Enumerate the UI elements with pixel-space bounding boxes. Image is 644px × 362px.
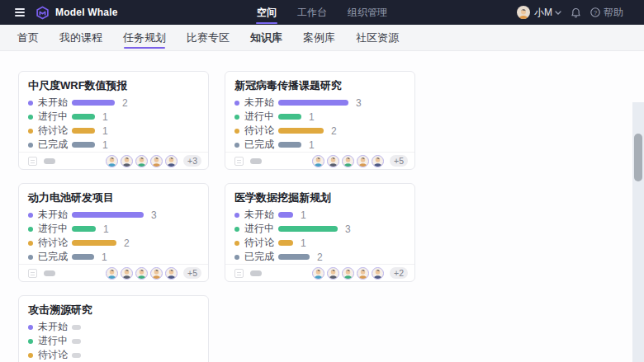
scrollbar-track[interactable] xyxy=(632,102,644,362)
status-dot-icon xyxy=(234,227,239,232)
modelwhale-logo-icon[interactable] xyxy=(36,6,50,20)
status-dot-icon xyxy=(28,353,33,358)
user-avatar[interactable] xyxy=(517,6,530,19)
status-bar xyxy=(72,226,96,232)
avatar[interactable] xyxy=(135,155,148,167)
subnav-item-0[interactable]: 首页 xyxy=(17,25,40,50)
status-count: 1 xyxy=(301,209,306,221)
avatar[interactable] xyxy=(327,267,339,280)
project-card[interactable]: 新冠病毒传播课题研究未开始3进行中1待讨论2已完成1 +5 xyxy=(225,71,415,170)
hamburger-menu-icon[interactable] xyxy=(15,8,25,16)
status-label: 待讨论 xyxy=(38,348,72,362)
project-card[interactable]: 攻击溯源研究未开始进行中待讨论已完成 xyxy=(18,295,209,362)
topnav-item-0[interactable]: 空间 xyxy=(256,0,277,25)
project-card[interactable]: 医学数据挖掘新规划未开始1进行中3待讨论1已完成2 +2 xyxy=(225,183,415,282)
avatar[interactable] xyxy=(357,155,369,167)
status-bar xyxy=(278,240,293,246)
status-dot-icon xyxy=(28,129,33,134)
avatar[interactable] xyxy=(135,267,148,280)
progress-pill-icon xyxy=(250,158,262,164)
status-label: 进行中 xyxy=(38,334,72,348)
project-card[interactable]: 中尺度WRF数值预报未开始2进行中1待讨论1已完成1 +3 xyxy=(18,71,209,170)
avatar[interactable] xyxy=(106,267,118,280)
topbar-right: 小M ? 帮助 xyxy=(517,0,623,25)
card-title: 动力电池研发项目 xyxy=(28,191,199,204)
avatar[interactable] xyxy=(357,267,369,280)
status-label: 未开始 xyxy=(38,208,72,222)
status-dot-icon xyxy=(28,339,33,344)
status-dot-icon xyxy=(234,213,239,218)
status-row: 进行中1 xyxy=(19,222,208,236)
topnav-item-1[interactable]: 工作台 xyxy=(296,0,328,25)
status-bar xyxy=(72,100,115,106)
list-detail-icon[interactable] xyxy=(234,269,244,278)
status-label: 待讨论 xyxy=(244,124,278,138)
svg-text:?: ? xyxy=(594,9,597,16)
avatar[interactable] xyxy=(150,155,163,167)
more-members-badge[interactable]: +5 xyxy=(183,267,201,279)
status-bar xyxy=(72,254,94,260)
avatar[interactable] xyxy=(150,267,163,280)
project-card[interactable]: 动力电池研发项目未开始3进行中1待讨论2已完成1 +5 xyxy=(18,183,209,282)
status-row: 未开始3 xyxy=(225,96,414,110)
list-detail-icon[interactable] xyxy=(28,157,37,166)
bell-icon[interactable] xyxy=(571,7,580,18)
avatar[interactable] xyxy=(372,155,384,167)
status-bar xyxy=(72,240,116,246)
subnav-item-5[interactable]: 案例库 xyxy=(302,25,336,50)
status-count: 2 xyxy=(122,97,128,109)
card-footer: +5 xyxy=(225,152,414,169)
subnav-item-6[interactable]: 社区资源 xyxy=(355,25,400,50)
subnav-item-1[interactable]: 我的课程 xyxy=(59,25,103,50)
status-dot-icon xyxy=(234,101,239,106)
subnav-item-3[interactable]: 比赛专区 xyxy=(186,25,230,50)
chevron-down-icon[interactable] xyxy=(555,11,561,15)
status-bar xyxy=(278,142,301,148)
avatar[interactable] xyxy=(312,267,324,280)
more-members-badge[interactable]: +2 xyxy=(390,267,408,279)
list-detail-icon[interactable] xyxy=(28,269,37,278)
avatar[interactable] xyxy=(165,155,178,167)
progress-pill-icon xyxy=(44,158,55,164)
status-bar-empty xyxy=(72,325,81,330)
help-link[interactable]: 帮助 xyxy=(604,6,623,20)
status-count: 2 xyxy=(331,125,337,137)
status-row: 进行中 xyxy=(19,334,208,348)
avatar[interactable] xyxy=(121,267,133,280)
avatar[interactable] xyxy=(327,155,339,167)
subnav-item-2[interactable]: 任务规划 xyxy=(122,25,167,50)
question-circle-icon[interactable]: ? xyxy=(590,7,600,17)
avatar[interactable] xyxy=(342,155,354,167)
more-members-badge[interactable]: +3 xyxy=(183,155,201,167)
topnav-item-2[interactable]: 组织管理 xyxy=(347,0,388,25)
status-label: 已完成 xyxy=(38,250,72,264)
status-bar-empty xyxy=(72,339,81,344)
status-dot-icon xyxy=(28,325,33,330)
list-detail-icon[interactable] xyxy=(234,157,244,166)
more-members-badge[interactable]: +5 xyxy=(390,155,408,167)
status-dot-icon xyxy=(234,129,239,134)
status-bar xyxy=(278,226,338,232)
user-name[interactable]: 小M xyxy=(534,6,552,20)
status-bar xyxy=(72,212,144,218)
status-row: 未开始 xyxy=(19,320,208,334)
avatar[interactable] xyxy=(372,267,384,280)
avatar[interactable] xyxy=(106,155,118,167)
status-row: 待讨论2 xyxy=(19,236,208,250)
status-label: 待讨论 xyxy=(244,236,278,250)
scrollbar-thumb[interactable] xyxy=(634,134,642,181)
avatar[interactable] xyxy=(342,267,354,280)
member-avatars: +5 xyxy=(106,267,201,280)
status-label: 未开始 xyxy=(38,320,72,334)
status-label: 进行中 xyxy=(244,222,278,236)
status-dot-icon xyxy=(234,115,239,120)
status-bar xyxy=(278,254,310,260)
status-bar xyxy=(278,128,324,134)
project-card-grid: 中尺度WRF数值预报未开始2进行中1待讨论1已完成1 +3新冠病毒传播课题研究未… xyxy=(0,51,604,362)
status-label: 进行中 xyxy=(244,110,278,124)
avatar[interactable] xyxy=(165,267,178,280)
status-count: 3 xyxy=(356,97,362,109)
subnav-item-4[interactable]: 知识库 xyxy=(249,25,283,50)
avatar[interactable] xyxy=(121,155,133,167)
avatar[interactable] xyxy=(312,155,324,167)
